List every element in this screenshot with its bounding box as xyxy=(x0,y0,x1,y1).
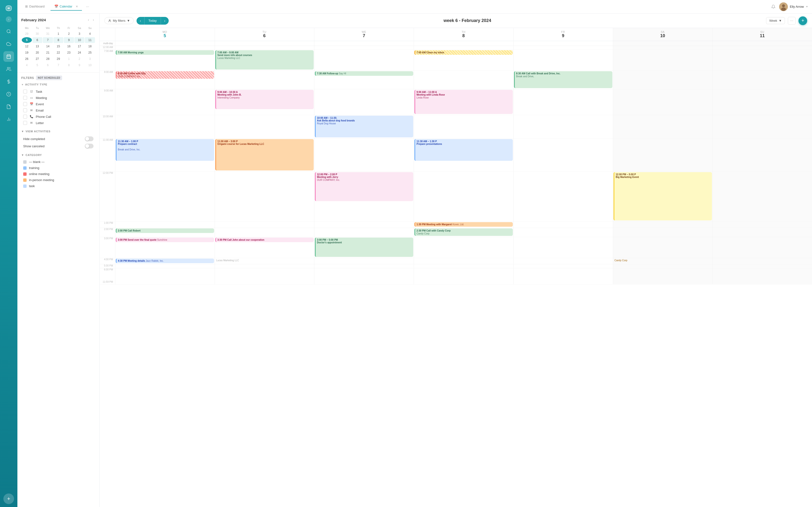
mini-cal-day[interactable]: 6 xyxy=(33,37,43,43)
event-mo-prepare[interactable]: 11:30 AM – 1:00 P Prepare contract Break… xyxy=(116,139,214,161)
cell-su-1pm[interactable] xyxy=(712,222,812,228)
cell-fr-7am[interactable] xyxy=(513,50,613,71)
cell-we-6pm[interactable] xyxy=(314,268,414,284)
sidebar-toggle[interactable]: › xyxy=(6,16,12,22)
cell-tu-2pm[interactable] xyxy=(215,228,314,237)
mini-cal-day[interactable]: 28 xyxy=(43,56,53,62)
calendar-add-button[interactable]: + xyxy=(799,16,807,25)
cell-we-midnight[interactable] xyxy=(314,46,414,50)
cell-tu-3pm[interactable]: 3:30 PM Call John about our cooperation xyxy=(215,237,314,258)
today-button[interactable]: Today xyxy=(144,17,161,24)
cell-fr-3pm[interactable] xyxy=(513,237,613,258)
cell-fr-10am[interactable] xyxy=(513,115,613,138)
mini-cal-day[interactable]: 15 xyxy=(53,44,63,49)
cell-tu-1pm[interactable] xyxy=(215,222,314,228)
cell-fr-midnight[interactable] xyxy=(513,46,613,50)
mini-cal-day[interactable]: 4 xyxy=(22,62,32,68)
event-th-linda[interactable]: 9:00 AM – 11:00 A Meeting with Linda Ros… xyxy=(414,90,513,114)
show-canceled-toggle[interactable] xyxy=(85,144,94,149)
cell-th-6pm[interactable] xyxy=(414,268,513,284)
cell-we-10am[interactable]: 10:00 AM – 11:30. Ask Bella about dog fo… xyxy=(314,115,414,138)
mini-cal-day[interactable]: 9 xyxy=(74,62,85,68)
not-scheduled-badge[interactable]: NOT SCHEDULED xyxy=(36,75,62,80)
cell-sa-12pm[interactable]: 12:00 PM – 5:00 P Big Marketing Event xyxy=(613,172,712,222)
event-tu-callcoop[interactable]: 3:30 PM Call John about our cooperation xyxy=(215,237,314,242)
cell-mo-midnight[interactable] xyxy=(115,46,215,50)
cell-sa-9am[interactable] xyxy=(613,89,712,115)
cell-mo-1pm[interactable] xyxy=(115,222,215,228)
filter-phone-call[interactable]: 📞 Phone Call xyxy=(21,113,95,120)
tab-calendar[interactable]: 📅 Calendar ✕ xyxy=(51,3,82,11)
event-th-inbox[interactable]: 7:00 AM Clean my inbox xyxy=(414,50,513,55)
sidebar-item-calendar[interactable] xyxy=(3,51,14,62)
mini-cal-day[interactable]: 11 xyxy=(85,37,95,43)
mini-cal-day[interactable]: 24 xyxy=(74,50,85,56)
mini-cal-day[interactable]: 30 xyxy=(33,31,43,37)
category-online-meeting[interactable]: online meeting xyxy=(21,171,95,177)
filter-letter[interactable]: ✉ Letter xyxy=(21,120,95,126)
email-checkbox[interactable] xyxy=(23,108,27,112)
cell-mo-10am[interactable] xyxy=(115,115,215,138)
cell-tu-8am[interactable] xyxy=(215,71,314,89)
cell-su-8am[interactable] xyxy=(712,71,812,89)
filter-email[interactable]: ✉ Email xyxy=(21,107,95,113)
task-checkbox[interactable] xyxy=(23,90,27,94)
mini-cal-day[interactable]: 2 xyxy=(64,31,74,37)
mini-cal-day[interactable]: 12 xyxy=(22,44,32,49)
my-filters-button[interactable]: My filters ▼ xyxy=(104,17,134,24)
cell-su-midnight[interactable] xyxy=(712,46,812,50)
mini-cal-day[interactable]: 14 xyxy=(43,44,53,49)
cell-fr-9am[interactable] xyxy=(513,89,613,115)
cell-sa-1pm[interactable] xyxy=(613,222,712,228)
cell-th-5pm[interactable] xyxy=(414,264,513,268)
cell-sa-6pm[interactable] xyxy=(613,268,712,284)
event-tu-sendmore[interactable]: 7:00 AM – 9:00 AM Send more info about c… xyxy=(215,50,314,69)
event-checkbox[interactable] xyxy=(23,102,27,106)
calendar-next-button[interactable]: › xyxy=(161,17,169,24)
sidebar-add-button[interactable]: + xyxy=(3,494,14,504)
mini-cal-day[interactable]: 27 xyxy=(33,56,43,62)
meeting-checkbox[interactable] xyxy=(23,96,27,100)
cell-mo-4pm[interactable]: 4:30 PM Meeting details Jazz Rabbit, Inc… xyxy=(115,258,215,264)
cell-mo-3pm[interactable]: 3:00 PM Send over the final quote Sunshi… xyxy=(115,237,215,258)
cell-mo-8am[interactable]: 8:30 AM Coffee with Elly OUR COMPANY, In… xyxy=(115,71,215,89)
cell-sa-5pm[interactable] xyxy=(613,264,712,268)
cell-we-9am[interactable] xyxy=(314,89,414,115)
mini-cal-day[interactable]: 19 xyxy=(22,50,32,56)
event-we-followup[interactable]: 7:30 AM Follow-up Say HI xyxy=(315,71,413,76)
event-fr-call[interactable]: 8:30 AM Call with Break and Drive, Inc. … xyxy=(514,71,612,88)
mini-cal-day[interactable]: 1 xyxy=(64,56,74,62)
cell-fr-4pm[interactable] xyxy=(513,258,613,264)
view-activities-header[interactable]: ▼ VIEW ACTIVITIES xyxy=(21,130,95,133)
cell-tu-5pm[interactable] xyxy=(215,264,314,268)
cell-we-1pm[interactable] xyxy=(314,222,414,228)
cell-mo-11am[interactable]: 11:30 AM – 1:00 P Prepare contract Break… xyxy=(115,138,215,172)
letter-checkbox[interactable] xyxy=(23,121,27,125)
cell-su-7am[interactable] xyxy=(712,50,812,71)
mini-cal-day[interactable]: 16 xyxy=(64,44,74,49)
cell-mo-5pm[interactable] xyxy=(115,264,215,268)
mini-cal-day[interactable]: 1 xyxy=(53,31,63,37)
mini-cal-day[interactable]: 5 xyxy=(33,62,43,68)
event-th-prepare2[interactable]: 11:30 AM – 1:30 P Prepare presentations xyxy=(414,139,513,161)
event-mo-send[interactable]: 3:00 PM Send over the final quote Sunshi… xyxy=(116,237,214,242)
notifications-button[interactable] xyxy=(769,3,777,11)
event-th-margaret[interactable]: 1:30 PM Meeting with Margaret Kover, Ltd… xyxy=(414,222,513,227)
mini-cal-day[interactable]: 29 xyxy=(22,31,32,37)
calendar-prev-button[interactable]: ‹ xyxy=(137,17,144,24)
cell-th-7am[interactable]: 7:00 AM Clean my inbox xyxy=(414,50,513,71)
filter-meeting[interactable]: ▭ Meeting xyxy=(21,95,95,101)
cell-su-5pm[interactable] xyxy=(712,264,812,268)
sidebar-item-contacts[interactable] xyxy=(3,64,14,74)
mini-cal-prev[interactable]: ‹ xyxy=(87,17,91,22)
event-tu-origami[interactable]: 11:00 AM – 3:00 P Origami course for Luc… xyxy=(215,139,314,170)
cell-we-3pm[interactable]: 3:00 PM – 5:00 PM Doctor's appointment xyxy=(314,237,414,258)
cell-tu-6pm[interactable] xyxy=(215,268,314,284)
cell-fr-11am[interactable] xyxy=(513,138,613,172)
mini-cal-day[interactable]: 20 xyxy=(33,50,43,56)
cell-th-3pm[interactable] xyxy=(414,237,513,258)
mini-cal-day[interactable]: 10 xyxy=(74,37,85,43)
category-task[interactable]: task xyxy=(21,183,95,189)
phone-checkbox[interactable] xyxy=(23,115,27,119)
cell-th-9am[interactable]: 9:00 AM – 11:00 A Meeting with Linda Ros… xyxy=(414,89,513,115)
